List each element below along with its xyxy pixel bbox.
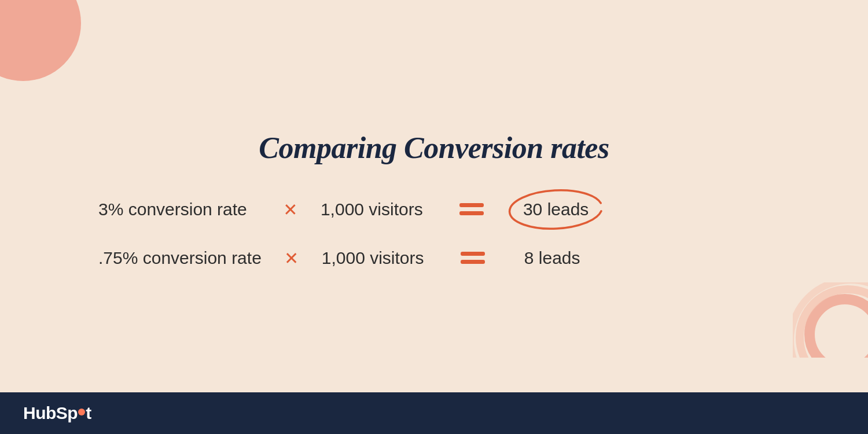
hubspot-dot xyxy=(78,409,85,415)
hubspot-logo: Hub Sp t xyxy=(23,403,91,423)
row1-conversion-rate: 3% conversion rate xyxy=(98,200,260,219)
row2-multiply-operator: × xyxy=(285,246,299,270)
row1-equals-operator xyxy=(459,203,484,215)
equals-bar-top-2 xyxy=(461,252,485,256)
equation-row-1: 3% conversion rate × 1,000 visitors 30 l… xyxy=(87,194,781,225)
row2-equals-operator xyxy=(461,252,485,264)
content-area: Comparing Conversion rates 3% conversion… xyxy=(0,0,868,392)
deco-bottom-right-arcs xyxy=(793,282,868,358)
equations-container: 3% conversion rate × 1,000 visitors 30 l… xyxy=(87,194,781,274)
equation-row-2: .75% conversion rate × 1,000 visitors 8 … xyxy=(87,242,781,274)
equals-bar-top xyxy=(459,203,484,207)
row2-result: 8 leads xyxy=(508,242,597,274)
row2-conversion-rate: .75% conversion rate xyxy=(98,248,262,268)
row1-result: 30 leads xyxy=(507,194,605,225)
row1-visitors: 1,000 visitors xyxy=(321,200,436,219)
row1-multiply-operator: × xyxy=(284,197,297,222)
equals-bar-bottom xyxy=(459,211,484,215)
equals-bar-bottom-2 xyxy=(461,260,485,264)
page-container: Comparing Conversion rates 3% conversion… xyxy=(0,0,868,434)
footer-bar: Hub Sp t xyxy=(0,392,868,434)
hubspot-text-hub: Hub xyxy=(23,403,56,423)
page-title: Comparing Conversion rates xyxy=(259,131,609,165)
deco-arc-3 xyxy=(793,282,868,358)
deco-top-left-circle xyxy=(0,0,81,81)
hubspot-text-sp: Sp xyxy=(56,403,78,423)
hubspot-text-t: t xyxy=(86,403,91,423)
row2-visitors: 1,000 visitors xyxy=(322,248,437,268)
